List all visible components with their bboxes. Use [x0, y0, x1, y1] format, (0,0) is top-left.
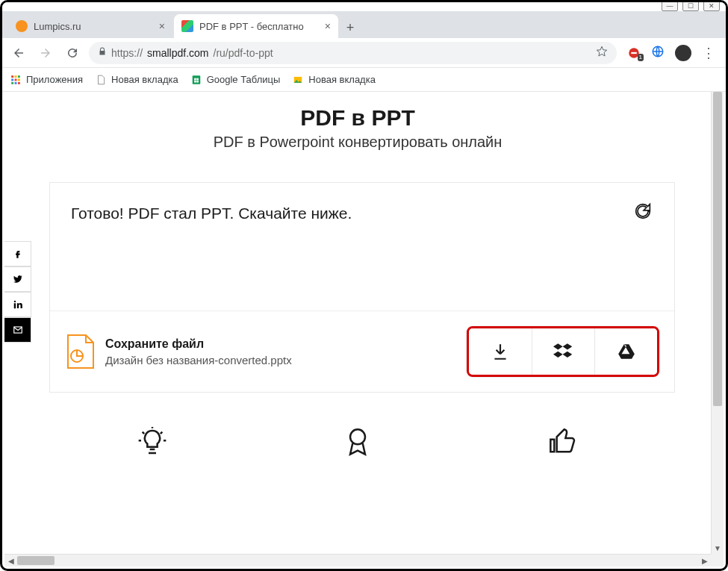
bookmark-sheets[interactable]: Google Таблицы: [190, 74, 281, 86]
address-input[interactable]: https://smallpdf.com/ru/pdf-to-ppt: [89, 42, 617, 64]
share-facebook-button[interactable]: [4, 241, 31, 266]
download-icon: [491, 342, 510, 361]
window-minimize-button[interactable]: —: [662, 1, 678, 11]
save-google-drive-button[interactable]: [594, 328, 657, 375]
bookmark-apps[interactable]: Приложения: [10, 74, 83, 86]
nav-back-button[interactable]: [8, 43, 29, 63]
page-icon: [95, 74, 107, 86]
browser-window: — ☐ ✕ Lumpics.ru × PDF в PPT - бесплатно…: [0, 0, 728, 571]
svg-rect-9: [11, 81, 13, 84]
save-dropbox-button[interactable]: [532, 328, 594, 375]
profile-avatar-button[interactable]: [675, 45, 691, 61]
nav-reload-button[interactable]: [62, 43, 83, 63]
nav-forward-button[interactable]: [35, 43, 56, 63]
window-titlebar: — ☐ ✕: [2, 2, 726, 11]
browser-menu-button[interactable]: ⋮: [702, 45, 715, 61]
share-twitter-button[interactable]: [4, 266, 31, 292]
bookmark-label: Приложения: [26, 74, 83, 85]
picture-icon: [292, 74, 304, 86]
bookmark-label: Новая вкладка: [111, 74, 178, 85]
tab-close-icon[interactable]: ×: [159, 20, 165, 32]
svg-rect-15: [13, 303, 15, 308]
address-bar: https://smallpdf.com/ru/pdf-to-ppt 1 ⋮: [2, 38, 726, 68]
extension-globe-button[interactable]: [651, 45, 665, 61]
restart-icon: [632, 201, 653, 222]
svg-rect-1: [631, 52, 637, 53]
tab-bar: Lumpics.ru × PDF в PPT - бесплатно × +: [2, 11, 726, 38]
svg-rect-4: [15, 75, 17, 78]
scroll-left-arrow-icon: ◀: [4, 555, 17, 567]
bookmark-label: Новая вкладка: [308, 74, 376, 85]
url-path: /ru/pdf-to-ppt: [214, 47, 273, 59]
google-drive-icon: [617, 342, 636, 361]
thumbs-up-icon: [548, 427, 578, 457]
scroll-corner: [711, 554, 724, 567]
vertical-scrollbar[interactable]: ▲ ▼: [711, 92, 724, 554]
twitter-icon: [13, 274, 23, 284]
tab-close-icon[interactable]: ×: [325, 20, 331, 32]
scrollbar-thumb[interactable]: [713, 92, 722, 406]
arrow-right-icon: [39, 46, 52, 60]
globe-icon: [651, 45, 665, 58]
sheets-icon: [190, 74, 202, 86]
url-scheme: https://: [111, 47, 143, 59]
conversion-panel: Готово! PDF стал PPT. Скачайте ниже. Сох…: [49, 182, 675, 393]
linkedin-icon: [13, 299, 23, 310]
bookmark-newtab-2[interactable]: Новая вкладка: [292, 74, 376, 86]
feature-icons-row: [49, 427, 666, 457]
scroll-right-arrow-icon: ▶: [698, 555, 711, 567]
scroll-down-arrow-icon: ▼: [712, 544, 724, 552]
filename-text: Дизайн без названия-converted.pptx: [105, 354, 292, 366]
svg-rect-3: [11, 75, 13, 78]
scrollbar-thumb[interactable]: [17, 556, 55, 565]
svg-rect-6: [11, 78, 13, 81]
bookmarks-bar: Приложения Новая вкладка Google Таблицы …: [2, 68, 726, 92]
page-title: PDF в PPT: [4, 105, 711, 131]
window-close-button[interactable]: ✕: [703, 1, 720, 11]
share-rail: [4, 241, 31, 343]
file-result-row: Сохраните файл Дизайн без названия-conve…: [50, 311, 674, 392]
svg-point-16: [13, 301, 15, 302]
favicon-smallpdf-icon: [181, 20, 193, 32]
page-content: PDF в PPT PDF в Powerpoint конвертироват…: [4, 92, 711, 554]
svg-rect-7: [15, 78, 17, 81]
dropbox-icon: [553, 341, 574, 362]
share-email-button[interactable]: [4, 317, 31, 343]
tab-title: Lumpics.ru: [34, 21, 81, 32]
tab-title: PDF в PPT - бесплатно: [199, 21, 304, 32]
svg-rect-5: [18, 75, 20, 78]
lock-icon: [98, 47, 107, 58]
reload-icon: [66, 46, 79, 60]
bookmark-star-icon[interactable]: [596, 46, 608, 60]
svg-rect-8: [18, 78, 20, 81]
url-host: smallpdf.com: [147, 47, 208, 59]
apps-grid-icon: [10, 74, 22, 86]
tab-lumpics[interactable]: Lumpics.ru ×: [8, 14, 172, 38]
svg-rect-10: [15, 81, 17, 84]
arrow-left-icon: [12, 46, 25, 60]
window-maximize-button[interactable]: ☐: [682, 1, 699, 11]
horizontal-scrollbar[interactable]: ◀ ▶: [4, 554, 711, 567]
award-icon: [343, 427, 373, 457]
svg-rect-11: [18, 81, 20, 84]
ppt-file-icon: [65, 334, 95, 369]
extension-adblock-button[interactable]: 1: [627, 46, 641, 60]
tab-smallpdf[interactable]: PDF в PPT - бесплатно ×: [174, 14, 338, 38]
download-button[interactable]: [469, 328, 532, 375]
save-targets-highlight: [467, 326, 659, 377]
svg-point-19: [350, 429, 365, 444]
share-linkedin-button[interactable]: [4, 292, 31, 317]
extension-badge: 1: [638, 54, 644, 61]
page-viewport: PDF в PPT PDF в Powerpoint конвертироват…: [4, 92, 724, 567]
email-icon: [13, 325, 23, 335]
favicon-lumpics-icon: [16, 20, 28, 32]
bookmark-label: Google Таблицы: [207, 74, 281, 85]
page-subtitle: PDF в Powerpoint конвертировать онлайн: [4, 134, 711, 151]
new-tab-button[interactable]: +: [340, 17, 361, 38]
facebook-icon: [13, 249, 23, 259]
status-text: Готово! PDF стал PPT. Скачайте ниже.: [71, 205, 352, 222]
lightbulb-icon: [137, 427, 167, 457]
save-heading: Сохраните файл: [105, 337, 292, 351]
bookmark-newtab-1[interactable]: Новая вкладка: [95, 74, 178, 86]
restart-button[interactable]: [632, 201, 653, 225]
